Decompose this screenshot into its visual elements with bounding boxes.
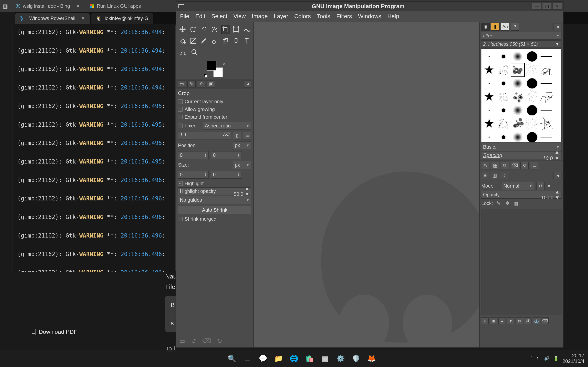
fg-color-swatch[interactable] <box>207 61 216 71</box>
close-icon[interactable]: ✕ <box>553 3 562 9</box>
browser-tab-msdocs[interactable]: Run Linux GUI apps <box>85 0 146 12</box>
gradient-tool-icon[interactable] <box>189 36 197 45</box>
brush-swatch[interactable] <box>526 131 539 142</box>
lower-layer-icon[interactable]: ▼ <box>507 317 514 324</box>
pencil-tool-icon[interactable] <box>200 36 208 45</box>
chat-icon[interactable]: 💬 <box>258 353 268 364</box>
refresh-brushes-icon[interactable]: ↻ <box>520 162 528 169</box>
fuzzy-select-tool-icon[interactable] <box>210 25 219 34</box>
brush-swatch[interactable] <box>526 104 539 117</box>
brush-swatch[interactable] <box>526 50 539 63</box>
brush-swatch[interactable] <box>497 63 510 76</box>
brush-swatch[interactable] <box>483 77 496 90</box>
menu-help[interactable]: Help <box>387 13 399 20</box>
crop-tool-icon[interactable] <box>221 25 230 34</box>
brush-swatch[interactable] <box>483 131 496 142</box>
merge-down-icon[interactable]: ⇊ <box>524 317 531 324</box>
edit-brush-icon[interactable]: ✎ <box>481 162 489 169</box>
menu-tools[interactable]: Tools <box>317 13 330 20</box>
brush-swatch[interactable] <box>483 117 496 130</box>
mode-reset-icon[interactable]: ↺ <box>536 182 545 190</box>
paths-tab-icon[interactable]: ⌇ <box>500 172 508 179</box>
clone-tool-icon[interactable] <box>221 36 229 45</box>
tool-options-tab-icon[interactable]: ▭ <box>178 81 186 87</box>
smudge-tool-icon[interactable] <box>232 36 240 45</box>
new-layer-icon[interactable]: ▫ <box>481 317 489 324</box>
canvas-area[interactable] <box>254 22 479 347</box>
blend-mode-select[interactable]: Normal▼ <box>502 182 534 190</box>
gimp-taskbar-icon[interactable]: 🦊 <box>366 353 377 364</box>
download-pdf-button[interactable]: Download PDF <box>31 329 77 335</box>
brush-swatch[interactable] <box>540 63 553 76</box>
brush-swatch[interactable] <box>497 104 510 117</box>
brushes-tab-icon[interactable]: ◉ <box>481 23 490 31</box>
lock-alpha-icon[interactable]: ▦ <box>513 200 520 207</box>
close-icon[interactable]: ✕ <box>76 3 80 9</box>
swap-colors-icon[interactable]: ⤭ <box>222 61 226 66</box>
start-icon[interactable] <box>211 353 222 364</box>
highlight-opacity-slider[interactable]: Highlight opacity 50.0 ▲▼ <box>178 187 251 195</box>
brush-swatch[interactable] <box>540 117 553 130</box>
move-tool-icon[interactable] <box>178 25 187 34</box>
brush-swatch[interactable] <box>483 90 496 103</box>
dock-menu-icon[interactable]: ◂ <box>243 81 252 87</box>
aspect-ratio-select[interactable]: Aspect ratio▼ <box>203 122 251 130</box>
delete-preset-icon[interactable]: ⌫ <box>202 337 211 345</box>
checkbox[interactable] <box>178 181 182 186</box>
undo-history-tab-icon[interactable]: ↶ <box>197 81 205 87</box>
rect-select-tool-icon[interactable] <box>189 25 197 34</box>
brush-swatch[interactable] <box>511 104 524 117</box>
brush-swatch[interactable] <box>511 63 524 76</box>
reset-icon[interactable]: ↻ <box>217 337 222 345</box>
position-x-input[interactable]: 0▲▼ <box>178 151 209 159</box>
device-status-tab-icon[interactable]: ✎ <box>187 81 196 87</box>
new-brush-icon[interactable]: ▦ <box>491 162 499 169</box>
paths-tool-icon[interactable] <box>178 48 187 57</box>
brush-swatch[interactable] <box>526 63 539 76</box>
app-icon[interactable]: 🛡️ <box>351 353 361 364</box>
portrait-icon[interactable]: ▯ <box>233 132 241 140</box>
brush-swatch[interactable] <box>497 117 510 130</box>
brush-swatch[interactable] <box>511 77 524 90</box>
store-icon[interactable]: 🛍️ <box>304 353 315 364</box>
size-w-input[interactable]: 0▲▼ <box>178 171 209 179</box>
menu-windows[interactable]: Windows <box>358 13 381 20</box>
eraser-tool-icon[interactable] <box>210 36 219 45</box>
delete-layer-icon[interactable]: ⌫ <box>541 317 549 324</box>
brush-swatch[interactable] <box>511 90 524 103</box>
checkbox[interactable] <box>178 115 182 119</box>
brush-swatch[interactable] <box>483 50 496 63</box>
brush-swatch[interactable] <box>540 77 553 90</box>
brush-swatch[interactable] <box>540 104 553 117</box>
brush-swatch[interactable] <box>540 50 553 63</box>
search-icon[interactable]: 🔍 <box>227 353 237 364</box>
bucket-fill-tool-icon[interactable] <box>178 36 187 45</box>
checkbox[interactable] <box>178 217 182 221</box>
auto-shrink-button[interactable]: Auto Shrink <box>178 206 251 214</box>
brush-swatch[interactable] <box>511 50 524 63</box>
duplicate-brush-icon[interactable]: ⧉ <box>501 162 509 169</box>
clock[interactable]: 20:17 2021/10/4 <box>562 353 584 364</box>
text-tool-icon[interactable] <box>243 36 251 45</box>
guides-select[interactable]: No guides▼ <box>178 196 251 204</box>
warp-tool-icon[interactable] <box>243 25 251 34</box>
terminal-tab-wsl[interactable]: 🐧 lokinfey@lokinfey-G <box>91 13 153 24</box>
browser-tab-bing[interactable]: ⓑ wslg install doc - Bing ✕ <box>11 0 85 12</box>
menu-select[interactable]: Select <box>211 13 227 20</box>
brush-swatch[interactable] <box>497 131 510 142</box>
channels-tab-icon[interactable]: ▥ <box>491 172 499 179</box>
close-icon[interactable]: ✕ <box>81 16 85 21</box>
terminal-icon[interactable]: ▣ <box>320 353 330 364</box>
spacing-slider[interactable]: Spacing 10.0 ▲▼ <box>481 151 562 159</box>
battery-icon[interactable]: 🔋 <box>553 356 559 361</box>
layers-tab-icon[interactable]: ≡ <box>481 172 489 179</box>
menu-layer[interactable]: Layer <box>274 13 288 20</box>
brush-swatch[interactable] <box>540 90 553 103</box>
gimp-titlebar[interactable]: GNU Image Manipulation Program — ▢ ✕ <box>176 2 563 11</box>
layer-opacity-slider[interactable]: Opacity 100.0 ▲▼ <box>481 191 562 199</box>
landscape-icon[interactable]: ▭ <box>243 132 251 140</box>
brush-swatch[interactable] <box>483 104 496 117</box>
brush-filter-select[interactable]: filter▼ <box>481 32 562 40</box>
menu-filters[interactable]: Filters <box>337 13 352 20</box>
terminal-tab-powershell[interactable]: ❯_ Windows PowerShell ✕ <box>15 13 90 24</box>
